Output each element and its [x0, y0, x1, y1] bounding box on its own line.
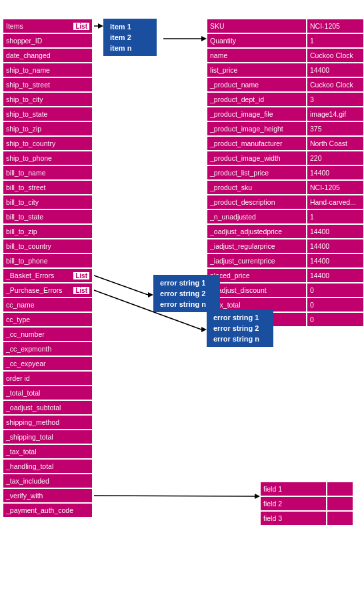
left-field-label-33: _payment_auth_code — [6, 506, 73, 514]
left-field-label-29: _tax_total — [6, 448, 37, 456]
left-field-label-30: _handling_total — [6, 462, 53, 470]
left-field-label-24: order id — [6, 374, 30, 382]
sku-label-6: _product_image_file — [207, 107, 307, 121]
left-field-17: _Basket_ErrorsList — [3, 268, 93, 283]
left-field-label-31: _tax_included — [6, 477, 49, 485]
sku-value-16: 14400 — [307, 253, 364, 268]
sku-label-15: _iadjust_regularprice — [207, 239, 307, 253]
left-field-27: shipping_method — [3, 415, 93, 430]
field-value-1 — [327, 496, 353, 511]
left-field-19: cc_name — [3, 298, 93, 312]
sku-label-16: _iadjust_currentprice — [207, 253, 307, 268]
sku-value-7: 375 — [307, 121, 364, 136]
sku-value-1: 1 — [307, 33, 364, 48]
left-field-label-27: shipping_method — [6, 418, 59, 426]
left-field-31: _tax_included — [3, 474, 93, 488]
left-field-label-4: ship_to_street — [6, 81, 50, 89]
-purchase-errors-list-badge: List — [73, 287, 89, 294]
left-field-2: date_changed — [3, 48, 93, 63]
list-item-2: item n — [110, 43, 150, 53]
sku-value-4: Cuckoo Clock — [307, 77, 364, 92]
left-field-15: bill_to_country — [3, 239, 93, 253]
left-field-29: _tax_total — [3, 444, 93, 459]
sku-value-17: 14400 — [307, 268, 364, 283]
sku-label-17: placed_price — [207, 268, 307, 283]
purchase-error-item-2: error string n — [213, 334, 267, 344]
left-field-16: bill_to_phone — [3, 253, 93, 268]
left-field-label-5: ship_to_city — [6, 95, 43, 103]
left-field-21: _cc_number — [3, 327, 93, 342]
sku-value-3: 14400 — [307, 63, 364, 77]
left-field-11: bill_to_street — [3, 180, 93, 195]
purchase-errors-box: error string 1error string 2error string… — [207, 310, 273, 347]
basket-error-item-1: error string 2 — [160, 288, 213, 299]
left-field-label-6: ship_to_state — [6, 110, 47, 118]
sku-label-8: _product_manufacturer — [207, 136, 307, 151]
left-field-label-0: Items — [6, 22, 23, 30]
left-field-label-15: bill_to_country — [6, 242, 51, 250]
left-field-14: bill_to_zip — [3, 224, 93, 239]
left-field-label-12: bill_to_city — [6, 198, 39, 206]
sku-value-8: North Coast — [307, 136, 364, 151]
basket-error-item-0: error string 1 — [160, 277, 213, 288]
sku-label-7: _product_image_height — [207, 121, 307, 136]
sku-label-3: list_price — [207, 63, 307, 77]
sku-label-4: _product_name — [207, 77, 307, 92]
sku-value-11: NCI-1205 — [307, 180, 364, 195]
purchase-error-item-0: error string 1 — [213, 312, 267, 323]
sku-value-9: 220 — [307, 151, 364, 165]
left-field-5: ship_to_city — [3, 92, 93, 107]
left-field-30: _handling_total — [3, 459, 93, 474]
sku-value-10: 14400 — [307, 165, 364, 180]
left-field-label-1: shopper_ID — [6, 37, 42, 45]
sku-value-6: image14.gif — [307, 107, 364, 121]
left-field-12: bill_to_city — [3, 195, 93, 209]
items-list-badge: List — [73, 23, 89, 30]
left-field-label-26: _oadjust_subtotal — [6, 404, 61, 412]
left-field-label-7: ship_to_zip — [6, 125, 41, 133]
left-field-label-19: cc_name — [6, 301, 35, 309]
sku-label-1: Quantity — [207, 33, 307, 48]
sku-label-18: _oadjust_discount — [207, 283, 307, 298]
left-field-10: bill_to_name — [3, 165, 93, 180]
sku-value-13: 1 — [307, 209, 364, 224]
left-field-label-13: bill_to_state — [6, 213, 43, 221]
left-field-24: order id — [3, 371, 93, 386]
left-field-label-10: bill_to_name — [6, 169, 46, 177]
left-field-label-3: ship_to_name — [6, 66, 50, 74]
sku-value-18: 0 — [307, 283, 364, 298]
sku-value-14: 14400 — [307, 224, 364, 239]
left-field-3: ship_to_name — [3, 63, 93, 77]
left-field-1: shopper_ID — [3, 33, 93, 48]
field-label-0: field 1 — [260, 482, 327, 496]
left-field-label-25: _total_total — [6, 389, 40, 397]
left-field-label-11: bill_to_street — [6, 183, 46, 191]
left-field-label-28: _shipping_total — [6, 433, 53, 441]
sku-value-20: 0 — [307, 312, 364, 327]
field-label-2: field 3 — [260, 511, 327, 526]
sku-label-13: _n_unadjusted — [207, 209, 307, 224]
left-field-26: _oadjust_subtotal — [3, 400, 93, 415]
sku-value-19: 0 — [307, 298, 364, 312]
left-field-25: _total_total — [3, 386, 93, 400]
left-field-label-14: bill_to_zip — [6, 227, 37, 235]
sku-label-11: _product_sku — [207, 180, 307, 195]
left-field-13: bill_to_state — [3, 209, 93, 224]
items-list-box: item 1item 2item n — [103, 19, 157, 56]
field-value-2 — [327, 511, 353, 526]
left-field-label-9: ship_to_phone — [6, 154, 52, 162]
sku-label-14: _oadjust_adjustedprice — [207, 224, 307, 239]
sku-value-12: Hand-carved... — [307, 195, 364, 209]
sku-label-2: name — [207, 48, 307, 63]
purchase-error-item-1: error string 2 — [213, 323, 267, 334]
basket-error-item-2: error string n — [160, 299, 213, 310]
svg-marker-2 — [148, 292, 153, 298]
sku-value-0: NCI-1205 — [307, 19, 364, 33]
left-field-label-17: _Basket_Errors — [6, 271, 54, 279]
svg-marker-4 — [255, 494, 260, 499]
left-field-28: _shipping_total — [3, 430, 93, 444]
-basket-errors-list-badge: List — [73, 272, 89, 279]
left-field-9: ship_to_phone — [3, 151, 93, 165]
sku-label-0: SKU — [207, 19, 307, 33]
left-field-label-16: bill_to_phone — [6, 257, 47, 265]
